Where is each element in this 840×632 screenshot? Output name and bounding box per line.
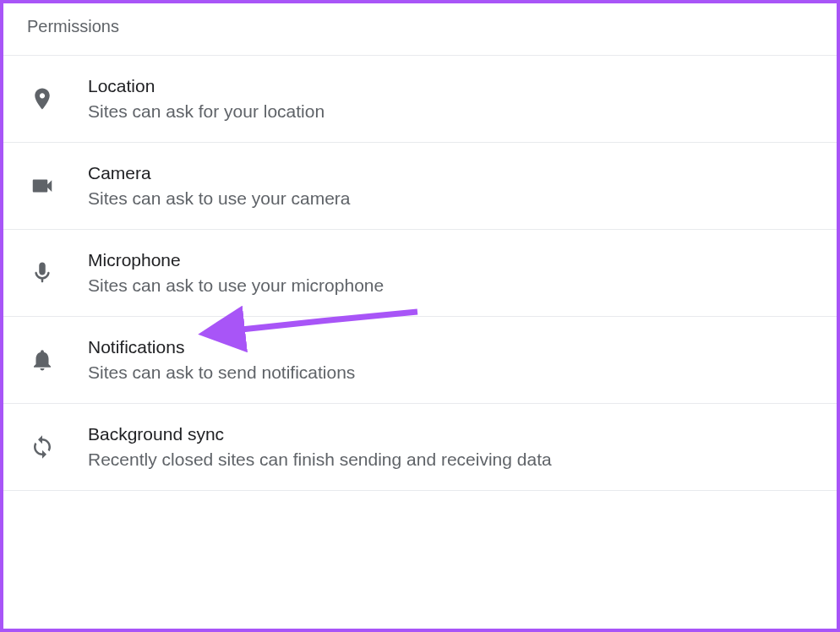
permissions-panel: Permissions Location Sites can ask for y…: [0, 0, 840, 632]
location-icon: [27, 84, 57, 114]
permission-text: Camera Sites can ask to use your camera: [88, 163, 350, 209]
microphone-icon: [27, 258, 57, 288]
permission-desc: Recently closed sites can finish sending…: [88, 449, 552, 470]
permission-title: Camera: [88, 163, 350, 183]
permission-text: Background sync Recently closed sites ca…: [88, 424, 552, 470]
camera-icon: [27, 171, 57, 201]
permission-text: Microphone Sites can ask to use your mic…: [88, 250, 384, 296]
permission-row-notifications[interactable]: Notifications Sites can ask to send noti…: [3, 317, 837, 404]
sync-icon: [27, 432, 57, 462]
notifications-icon: [27, 345, 57, 375]
permissions-list: Location Sites can ask for your location…: [3, 55, 837, 491]
permission-title: Background sync: [88, 424, 552, 444]
permission-desc: Sites can ask to use your microphone: [88, 275, 384, 296]
permission-desc: Sites can ask for your location: [88, 101, 325, 122]
section-title: Permissions: [3, 3, 837, 55]
permission-title: Notifications: [88, 337, 355, 357]
permission-text: Location Sites can ask for your location: [88, 76, 325, 122]
permission-row-background-sync[interactable]: Background sync Recently closed sites ca…: [3, 404, 837, 491]
permission-desc: Sites can ask to use your camera: [88, 188, 350, 209]
permission-title: Microphone: [88, 250, 384, 270]
permission-text: Notifications Sites can ask to send noti…: [88, 337, 355, 383]
permission-title: Location: [88, 76, 325, 96]
permission-row-microphone[interactable]: Microphone Sites can ask to use your mic…: [3, 230, 837, 317]
permission-desc: Sites can ask to send notifications: [88, 362, 355, 383]
permission-row-location[interactable]: Location Sites can ask for your location: [3, 56, 837, 143]
permission-row-camera[interactable]: Camera Sites can ask to use your camera: [3, 143, 837, 230]
